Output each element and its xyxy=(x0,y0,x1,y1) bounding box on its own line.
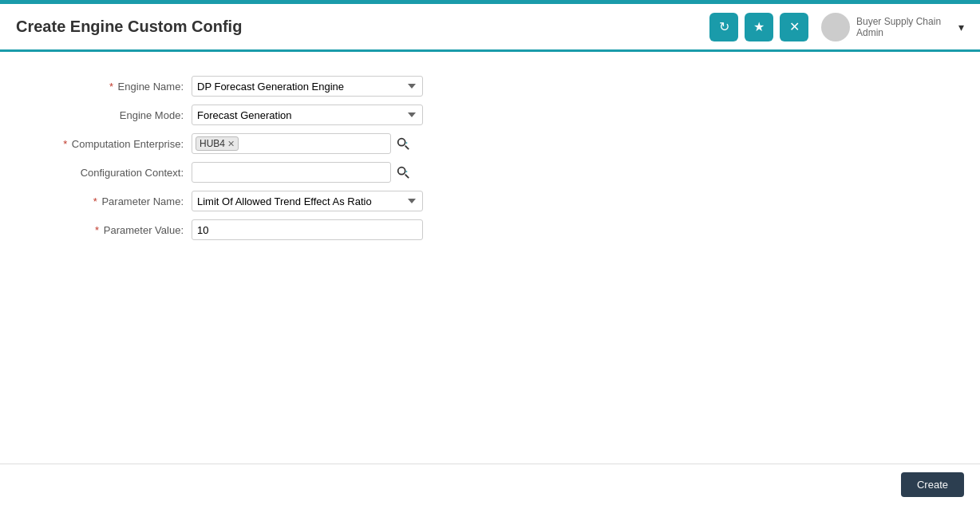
engine-mode-row: Engine Mode: Forecast Generation xyxy=(32,105,948,125)
computation-enterprise-label: * Computation Enterprise: xyxy=(32,138,192,150)
svg-point-5 xyxy=(406,171,408,172)
user-dropdown-arrow[interactable]: ▾ xyxy=(958,21,964,34)
engine-mode-label: Engine Mode: xyxy=(32,109,192,121)
refresh-button[interactable]: ↻ xyxy=(709,13,738,41)
svg-point-0 xyxy=(398,139,405,146)
configuration-context-input[interactable] xyxy=(192,162,391,183)
user-name: Buyer Supply Chain Admin xyxy=(856,16,952,38)
svg-line-4 xyxy=(405,175,409,179)
engine-name-row: * Engine Name: DP Forecast Generation En… xyxy=(32,76,948,97)
star-icon: ★ xyxy=(753,19,765,34)
enterprise-tag-value: HUB4 xyxy=(200,138,225,149)
configuration-context-row: Configuration Context: xyxy=(32,162,948,183)
parameter-name-select[interactable]: Limit Of Allowed Trend Effect As Ratio xyxy=(192,191,423,211)
favorite-button[interactable]: ★ xyxy=(745,13,773,41)
parameter-value-label: * Parameter Value: xyxy=(32,224,192,236)
engine-mode-select[interactable]: Forecast Generation xyxy=(192,105,423,125)
context-search-button[interactable] xyxy=(394,165,412,180)
refresh-icon: ↻ xyxy=(719,19,729,34)
computation-enterprise-row: * Computation Enterprise: HUB4 ✕ xyxy=(32,133,948,154)
configuration-context-field xyxy=(192,162,412,183)
parameter-name-row: * Parameter Name: Limit Of Allowed Trend… xyxy=(32,191,948,211)
page-title: Create Engine Custom Config xyxy=(16,18,242,36)
close-icon: ✕ xyxy=(789,19,800,34)
enterprise-tag: HUB4 ✕ xyxy=(196,136,239,151)
parameter-value-required: * xyxy=(95,224,99,236)
parameter-value-input[interactable] xyxy=(192,219,423,240)
computation-enterprise-required: * xyxy=(63,138,67,150)
configuration-context-label: Configuration Context: xyxy=(32,167,192,179)
search-icon xyxy=(396,136,410,151)
parameter-value-row: * Parameter Value: xyxy=(32,219,948,240)
engine-name-required: * xyxy=(109,81,113,93)
engine-name-label: * Engine Name: xyxy=(32,81,192,93)
enterprise-tag-remove[interactable]: ✕ xyxy=(227,140,235,148)
enterprise-search-button[interactable] xyxy=(394,136,412,151)
svg-line-1 xyxy=(405,146,409,150)
parameter-name-required: * xyxy=(93,195,97,207)
svg-point-2 xyxy=(406,142,408,144)
enterprise-tag-container: HUB4 ✕ xyxy=(192,133,391,154)
svg-point-3 xyxy=(398,168,405,175)
avatar xyxy=(821,13,850,41)
user-section: Buyer Supply Chain Admin ▾ xyxy=(821,13,964,41)
context-search-icon xyxy=(396,165,410,180)
header-actions: ↻ ★ ✕ Buyer Supply Chain Admin ▾ xyxy=(709,13,964,41)
engine-name-select[interactable]: DP Forecast Generation Engine xyxy=(192,76,423,97)
header: Create Engine Custom Config ↻ ★ ✕ Buyer … xyxy=(0,4,980,52)
close-button[interactable]: ✕ xyxy=(780,13,808,41)
form-container: * Engine Name: DP Forecast Generation En… xyxy=(0,52,980,272)
computation-enterprise-field: HUB4 ✕ xyxy=(192,133,412,154)
parameter-name-label: * Parameter Name: xyxy=(32,195,192,207)
